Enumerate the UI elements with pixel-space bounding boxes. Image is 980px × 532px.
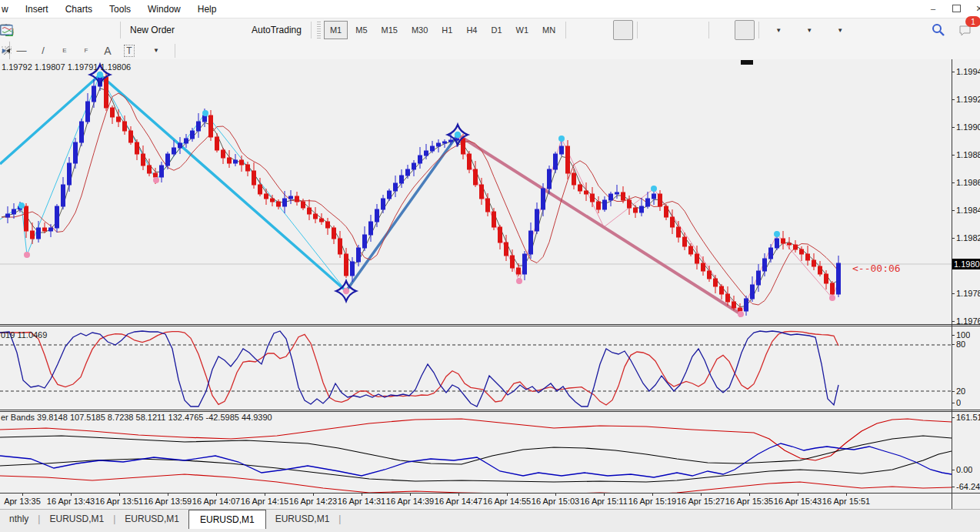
fibonacci-button[interactable]: F bbox=[76, 41, 96, 61]
crosshair-button[interactable] bbox=[32, 20, 52, 40]
time-label: 16 Apr 14:47 bbox=[435, 497, 482, 506]
stochastic-values-label: 019 11.0469 bbox=[1, 330, 47, 340]
standard-toolbar: New Order bbox=[0, 18, 980, 42]
price-tick-label: 1.19845 bbox=[956, 206, 980, 215]
chart-tab[interactable]: nthly bbox=[0, 510, 38, 527]
panel-divider[interactable] bbox=[0, 326, 980, 326]
axis-tick-mark bbox=[952, 487, 955, 487]
close-button[interactable]: ✕ bbox=[971, 2, 980, 15]
trendline-button[interactable]: / bbox=[33, 41, 53, 61]
indicators-button[interactable]: ▼ bbox=[763, 20, 792, 40]
time-tick-mark bbox=[22, 494, 23, 496]
timeframe-m5-button[interactable]: M5 bbox=[349, 21, 373, 39]
equidistant-channel-button[interactable]: E bbox=[55, 41, 75, 61]
signals-button[interactable] bbox=[225, 20, 245, 40]
price-tick-label: 1.19765 bbox=[956, 316, 980, 326]
timeframe-m30-button[interactable]: M30 bbox=[405, 21, 434, 39]
time-tick-mark bbox=[507, 494, 508, 496]
line-chart-button[interactable] bbox=[613, 20, 633, 40]
time-label: 16 Apr 15:51 bbox=[822, 497, 870, 506]
notifications-button[interactable]: 1 bbox=[958, 20, 978, 40]
current-price-badge: 1.19806 bbox=[952, 259, 980, 269]
time-tick-mark bbox=[604, 494, 605, 496]
price-tick-label: 1.19785 bbox=[956, 289, 980, 298]
chart-tab[interactable]: EURUSD,M1 bbox=[115, 510, 188, 527]
text-button[interactable]: A bbox=[98, 41, 118, 61]
data-window-button[interactable] bbox=[96, 20, 116, 40]
zoom-out-button[interactable] bbox=[663, 20, 683, 40]
arrows-button[interactable]: ▼ bbox=[141, 41, 170, 61]
new-order-button[interactable]: New Order bbox=[125, 20, 180, 40]
indicators-caret-icon: ▼ bbox=[775, 27, 782, 34]
terminal-button[interactable] bbox=[203, 20, 223, 40]
stoch-tick-label: 80 bbox=[956, 340, 965, 349]
panel-divider[interactable] bbox=[0, 410, 980, 410]
periods-caret-icon: ▼ bbox=[806, 27, 812, 34]
toolbar-drag-handle[interactable] bbox=[317, 22, 321, 38]
chart-tab[interactable]: EURUSD,M1 bbox=[266, 510, 339, 527]
autotrading-label: AutoTrading bbox=[252, 25, 302, 35]
horizontal-line-button[interactable]: — bbox=[12, 41, 32, 61]
time-label: 16 Apr 15:03 bbox=[532, 497, 579, 506]
menu-item-tools[interactable]: Tools bbox=[101, 2, 139, 17]
menu-item-w[interactable]: w bbox=[0, 2, 17, 17]
timeframe-h4-button[interactable]: H4 bbox=[460, 21, 483, 39]
menu-item-help[interactable]: Help bbox=[189, 2, 225, 17]
fibo-letter: F bbox=[85, 47, 88, 54]
time-label: Apr 13:35 bbox=[4, 497, 41, 506]
auto-scroll-button[interactable] bbox=[713, 20, 733, 40]
candlestick-button[interactable] bbox=[592, 20, 612, 40]
restore-button[interactable] bbox=[948, 2, 965, 15]
axis-tick-mark bbox=[952, 403, 955, 403]
periods-button[interactable]: ▼ bbox=[794, 20, 823, 40]
axis-tick-mark bbox=[952, 182, 955, 183]
time-tick-mark bbox=[458, 494, 459, 496]
timeframe-d1-button[interactable]: D1 bbox=[485, 21, 508, 39]
chart-tab[interactable]: EURUSD,M1 bbox=[40, 510, 113, 527]
text-icon: A bbox=[104, 45, 111, 57]
axis-tick-mark bbox=[952, 72, 955, 72]
stoch-tick-label: 20 bbox=[956, 386, 965, 396]
autotrading-button[interactable]: AutoTrading bbox=[246, 20, 307, 40]
line-studies-toolbar: — / E F A T ▼ bbox=[0, 42, 980, 60]
chart-shift-button[interactable] bbox=[735, 20, 755, 40]
notification-badge: 1 bbox=[965, 16, 980, 27]
time-tick-mark bbox=[701, 494, 702, 496]
timeframe-m1-button[interactable]: M1 bbox=[324, 21, 348, 39]
chart-area[interactable]: 1.19792 1.19807 1.19791 1.19806 <--00:06… bbox=[0, 59, 980, 509]
menu-item-charts[interactable]: Charts bbox=[57, 2, 101, 17]
minimize-button[interactable]: – bbox=[925, 2, 942, 15]
timeframe-w1-button[interactable]: W1 bbox=[510, 21, 535, 39]
menu-item-window[interactable]: Window bbox=[139, 2, 189, 17]
menu-item-insert[interactable]: Insert bbox=[17, 2, 57, 17]
templates-button[interactable]: ▼ bbox=[825, 20, 854, 40]
zoom-in-button[interactable] bbox=[642, 20, 662, 40]
price-chart[interactable] bbox=[0, 59, 952, 324]
tile-windows-button[interactable] bbox=[685, 20, 705, 40]
chart-tab-active[interactable]: EURUSD,M1 bbox=[188, 510, 266, 529]
time-tick-mark bbox=[652, 494, 653, 496]
timeframe-m15-button[interactable]: M15 bbox=[375, 21, 404, 39]
text-label-button[interactable]: T bbox=[119, 41, 139, 61]
axis-tick-mark bbox=[952, 238, 955, 239]
templates-icon bbox=[0, 24, 14, 36]
bands-panel[interactable] bbox=[0, 412, 952, 494]
templates-caret-icon: ▼ bbox=[837, 27, 843, 34]
panel-divider[interactable] bbox=[0, 324, 980, 325]
market-watch-button[interactable] bbox=[75, 20, 95, 40]
search-button[interactable] bbox=[932, 20, 952, 40]
text-label-icon: T bbox=[124, 45, 134, 57]
time-label: 16 Apr 14:39 bbox=[386, 497, 434, 506]
timeframe-h1-button[interactable]: H1 bbox=[435, 21, 458, 39]
timeframe-mn-button[interactable]: MN bbox=[536, 21, 562, 39]
price-tick-label: 1.19925 bbox=[956, 95, 980, 104]
panel-divider[interactable] bbox=[0, 411, 980, 412]
axis-tick-mark bbox=[952, 321, 955, 322]
stochastic-panel[interactable] bbox=[0, 326, 952, 410]
profiles-button[interactable] bbox=[53, 20, 73, 40]
bar-chart-button[interactable] bbox=[570, 20, 590, 40]
metaeditor-button[interactable] bbox=[182, 20, 202, 40]
axis-tick-mark bbox=[952, 155, 955, 156]
horizontal-line-icon: — bbox=[17, 45, 27, 56]
ohlc-readout: 1.19792 1.19807 1.19791 1.19806 bbox=[2, 62, 131, 72]
